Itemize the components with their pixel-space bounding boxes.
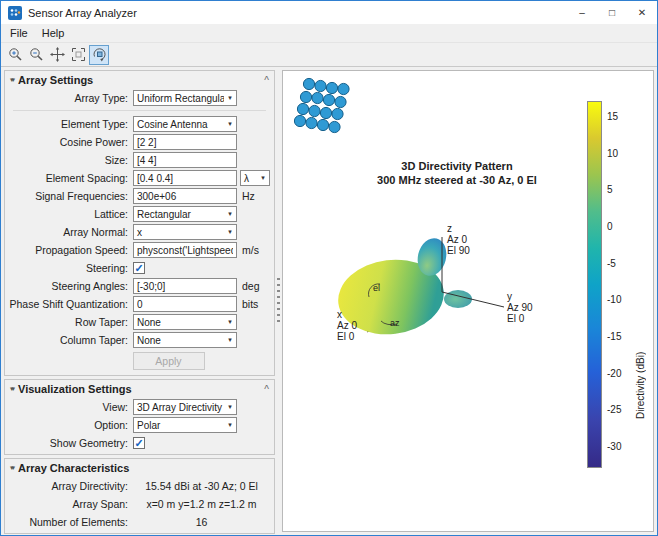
collapse-icon[interactable]: ▾▾ [10, 464, 13, 472]
axis-label-y: y Az 90 El 0 [507, 291, 533, 324]
minimize-button[interactable]: – [567, 1, 597, 24]
unit-label: bits [242, 298, 258, 310]
menu-file[interactable]: File [3, 25, 35, 41]
array-directivity-value: 15.54 dBi at -30 Az; 0 El [133, 480, 270, 492]
pan-button[interactable] [47, 45, 67, 65]
field-row-lattice: Lattice: Rectangular ▾ [5, 205, 274, 223]
select-value: None [134, 335, 224, 346]
visualization-settings-header: ▾▾ Visualization Settings ^ [5, 380, 274, 398]
close-button[interactable]: ✕ [627, 1, 657, 24]
colorbar-tick: -5 [607, 258, 635, 269]
separator [13, 110, 266, 111]
toolbar [1, 43, 657, 67]
field-label: Element Type: [5, 118, 133, 130]
signal-frequencies-input[interactable] [133, 188, 237, 204]
steering-checkbox[interactable]: ✓ [133, 262, 145, 274]
plot-title: 3D Directivity Pattern 300 MHz steered a… [283, 159, 631, 187]
field-row-element-spacing: Element Spacing: λ ▾ [5, 169, 274, 187]
lattice-select[interactable]: Rectangular ▾ [133, 206, 237, 222]
field-row-array-normal: Array Normal: x ▾ [5, 223, 274, 241]
plot-title-line1: 3D Directivity Pattern [283, 159, 631, 173]
field-row-size: Size: [5, 151, 274, 169]
collapse-icon[interactable]: ▾▾ [10, 385, 13, 393]
char-row-array-directivity: Array Directivity: 15.54 dBi at -30 Az; … [5, 477, 274, 495]
axis-label-z: z Az 0 El 90 [447, 223, 470, 256]
field-label: Steering: [5, 262, 133, 274]
zoom-out-button[interactable] [26, 45, 46, 65]
select-value: Rectangular [134, 209, 224, 220]
fit-to-view-button[interactable] [68, 45, 88, 65]
chevron-down-icon: ▾ [224, 94, 236, 102]
fit-to-view-icon [71, 47, 86, 62]
colorbar-tick: 0 [607, 221, 635, 232]
steering-angles-input[interactable] [133, 278, 237, 294]
char-label: Array Span: [5, 498, 133, 510]
field-row-steering: Steering: ✓ [5, 259, 274, 277]
app-window: Sensor Array Analyzer – □ ✕ File Help ▾▾… [0, 0, 658, 536]
splitter[interactable] [275, 67, 282, 535]
select-value: Uniform Rectangular [134, 93, 224, 104]
element-spacing-input[interactable] [133, 170, 237, 186]
size-input[interactable] [133, 152, 237, 168]
menubar: File Help [1, 24, 657, 43]
char-row-number-of-elements: Number of Elements: 16 [5, 513, 274, 531]
zoom-in-button[interactable] [5, 45, 25, 65]
panel-title: Visualization Settings [18, 383, 264, 395]
rotate-3d-button[interactable] [89, 45, 109, 65]
window-controls: – □ ✕ [567, 1, 657, 24]
cosine-power-input[interactable] [133, 134, 237, 150]
chevron-down-icon: ▾ [224, 336, 236, 344]
element-type-select[interactable]: Cosine Antenna ▾ [133, 116, 237, 132]
panel-title: Array Characteristics [18, 462, 269, 474]
unit-label: Hz [242, 190, 255, 202]
axis-label-line: El 90 [447, 245, 470, 256]
array-characteristics-header: ▾▾ Array Characteristics [5, 459, 274, 477]
row-taper-select[interactable]: None ▾ [133, 314, 237, 330]
az-label: az [390, 318, 400, 329]
array-normal-select[interactable]: x ▾ [133, 224, 237, 240]
field-label: Size: [5, 154, 133, 166]
panel-collapse-button[interactable]: ^ [264, 384, 269, 395]
zoom-out-icon [29, 47, 44, 62]
view-select[interactable]: 3D Array Directivity ▾ [133, 399, 237, 415]
colorbar-tick: 10 [607, 148, 635, 159]
window-title: Sensor Array Analyzer [28, 7, 567, 19]
menu-help[interactable]: Help [35, 25, 72, 41]
field-row-cosine-power: Cosine Power: [5, 133, 274, 151]
colorbar-tick: -15 [607, 331, 635, 342]
maximize-button[interactable]: □ [597, 1, 627, 24]
show-geometry-checkbox[interactable]: ✓ [133, 437, 145, 449]
visualization-settings-panel: ▾▾ Visualization Settings ^ View: 3D Arr… [4, 379, 275, 455]
field-label: Phase Shift Quantization: [5, 298, 133, 310]
propagation-speed-input[interactable] [133, 242, 237, 258]
back-lobe [444, 290, 472, 308]
spacing-unit-select[interactable]: λ ▾ [240, 170, 270, 186]
column-taper-select[interactable]: None ▾ [133, 332, 237, 348]
field-row-column-taper: Column Taper: None ▾ [5, 331, 274, 349]
colorbar-tick: 15 [607, 111, 635, 122]
array-characteristics-panel: ▾▾ Array Characteristics Array Directivi… [4, 458, 275, 534]
el-label: el [373, 283, 380, 294]
collapse-icon[interactable]: ▾▾ [10, 76, 13, 84]
unit-label: deg [242, 280, 260, 292]
chevron-down-icon: ▾ [224, 120, 236, 128]
axis-label-line: x [337, 309, 357, 320]
panel-collapse-button[interactable]: ^ [264, 75, 269, 86]
app-icon [8, 6, 22, 20]
colorbar [587, 101, 602, 468]
array-type-select[interactable]: Uniform Rectangular ▾ [133, 90, 237, 106]
colorbar-tick: -25 [607, 404, 635, 415]
field-row-phase-shift-quantization: Phase Shift Quantization: bits [5, 295, 274, 313]
field-row-element-type: Element Type: Cosine Antenna ▾ [5, 115, 274, 133]
select-value: x [134, 227, 224, 238]
splitter-grip[interactable] [277, 278, 280, 324]
field-label: Cosine Power: [5, 136, 133, 148]
apply-button[interactable]: Apply [133, 352, 205, 370]
colorbar-tick: -20 [607, 368, 635, 379]
phase-shift-quantization-input[interactable] [133, 296, 237, 312]
field-row-array-type: Array Type: Uniform Rectangular ▾ [5, 89, 274, 107]
option-select[interactable]: Polar ▾ [133, 417, 237, 433]
chevron-down-icon: ▾ [224, 403, 236, 411]
char-label: Array Directivity: [5, 480, 133, 492]
plot-area[interactable]: 3D Directivity Pattern 300 MHz steered a… [282, 70, 654, 532]
